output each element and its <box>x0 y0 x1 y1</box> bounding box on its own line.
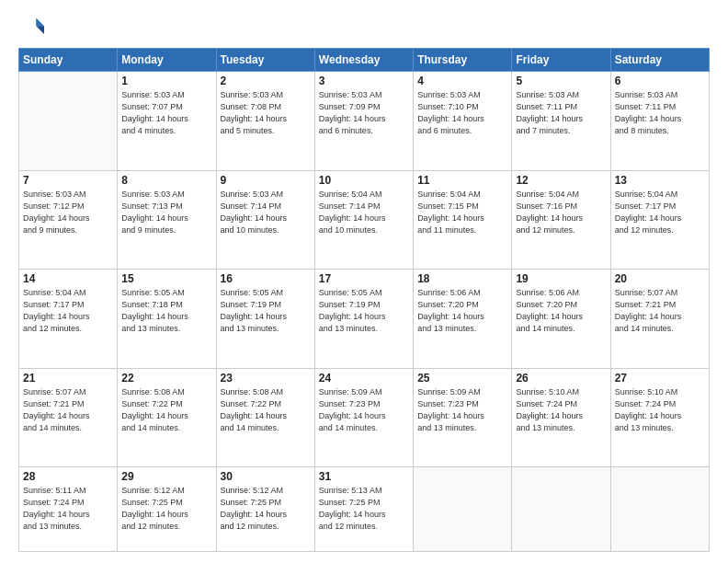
day-number: 27 <box>615 372 705 385</box>
day-number: 5 <box>516 75 606 87</box>
day-info: Sunrise: 5:07 AM Sunset: 7:21 PM Dayligh… <box>23 386 113 434</box>
day-number: 31 <box>319 470 409 483</box>
day-cell: 20Sunrise: 5:07 AM Sunset: 7:21 PM Dayli… <box>610 270 709 369</box>
day-cell: 27Sunrise: 5:10 AM Sunset: 7:24 PM Dayli… <box>610 368 709 467</box>
day-header-thursday: Thursday <box>414 49 512 72</box>
day-cell: 18Sunrise: 5:06 AM Sunset: 7:20 PM Dayli… <box>414 270 512 369</box>
day-header-sunday: Sunday <box>19 49 118 72</box>
day-header-wednesday: Wednesday <box>314 49 413 72</box>
day-info: Sunrise: 5:03 AM Sunset: 7:14 PM Dayligh… <box>221 189 311 236</box>
day-cell: 30Sunrise: 5:12 AM Sunset: 7:25 PM Dayli… <box>216 467 314 552</box>
calendar: SundayMondayTuesdayWednesdayThursdayFrid… <box>18 48 710 552</box>
day-number: 7 <box>23 174 113 187</box>
day-cell: 5Sunrise: 5:03 AM Sunset: 7:11 PM Daylig… <box>512 72 610 171</box>
day-cell: 21Sunrise: 5:07 AM Sunset: 7:21 PM Dayli… <box>19 368 118 467</box>
day-info: Sunrise: 5:05 AM Sunset: 7:19 PM Dayligh… <box>319 287 409 335</box>
svg-marker-0 <box>36 18 44 27</box>
day-info: Sunrise: 5:10 AM Sunset: 7:24 PM Dayligh… <box>516 386 606 434</box>
day-cell: 22Sunrise: 5:08 AM Sunset: 7:22 PM Dayli… <box>118 368 216 467</box>
day-cell: 14Sunrise: 5:04 AM Sunset: 7:17 PM Dayli… <box>19 270 118 369</box>
day-info: Sunrise: 5:04 AM Sunset: 7:17 PM Dayligh… <box>615 189 705 236</box>
day-info: Sunrise: 5:03 AM Sunset: 7:12 PM Dayligh… <box>23 189 113 236</box>
week-row-5: 28Sunrise: 5:11 AM Sunset: 7:24 PM Dayli… <box>19 467 710 552</box>
day-number: 3 <box>319 75 409 87</box>
day-cell: 4Sunrise: 5:03 AM Sunset: 7:10 PM Daylig… <box>414 72 512 171</box>
day-number: 20 <box>615 272 705 285</box>
day-cell: 1Sunrise: 5:03 AM Sunset: 7:07 PM Daylig… <box>118 72 216 171</box>
day-info: Sunrise: 5:04 AM Sunset: 7:16 PM Dayligh… <box>516 189 606 236</box>
day-number: 18 <box>417 272 507 285</box>
day-number: 19 <box>516 272 606 285</box>
day-info: Sunrise: 5:03 AM Sunset: 7:11 PM Dayligh… <box>516 89 606 137</box>
day-number: 15 <box>121 272 211 285</box>
day-info: Sunrise: 5:05 AM Sunset: 7:18 PM Dayligh… <box>121 287 211 335</box>
day-number: 17 <box>319 272 409 285</box>
day-cell: 8Sunrise: 5:03 AM Sunset: 7:13 PM Daylig… <box>118 170 216 270</box>
day-info: Sunrise: 5:07 AM Sunset: 7:21 PM Dayligh… <box>615 287 705 335</box>
day-cell: 28Sunrise: 5:11 AM Sunset: 7:24 PM Dayli… <box>19 467 118 552</box>
day-cell <box>414 467 512 552</box>
day-cell <box>19 72 118 171</box>
day-number: 26 <box>516 372 606 385</box>
day-info: Sunrise: 5:06 AM Sunset: 7:20 PM Dayligh… <box>516 287 606 335</box>
day-cell: 19Sunrise: 5:06 AM Sunset: 7:20 PM Dayli… <box>512 270 610 369</box>
day-cell: 9Sunrise: 5:03 AM Sunset: 7:14 PM Daylig… <box>216 170 314 270</box>
day-info: Sunrise: 5:03 AM Sunset: 7:08 PM Dayligh… <box>221 89 311 137</box>
header <box>18 15 710 40</box>
day-info: Sunrise: 5:08 AM Sunset: 7:22 PM Dayligh… <box>221 386 311 434</box>
day-info: Sunrise: 5:09 AM Sunset: 7:23 PM Dayligh… <box>417 386 507 434</box>
svg-marker-1 <box>36 26 44 34</box>
week-row-1: 1Sunrise: 5:03 AM Sunset: 7:07 PM Daylig… <box>19 72 710 171</box>
day-number: 11 <box>417 174 507 187</box>
week-row-4: 21Sunrise: 5:07 AM Sunset: 7:21 PM Dayli… <box>19 368 710 467</box>
day-number: 6 <box>615 75 705 87</box>
day-info: Sunrise: 5:08 AM Sunset: 7:22 PM Dayligh… <box>121 386 211 434</box>
day-info: Sunrise: 5:05 AM Sunset: 7:19 PM Dayligh… <box>221 287 311 335</box>
day-info: Sunrise: 5:12 AM Sunset: 7:25 PM Dayligh… <box>221 485 311 533</box>
day-number: 8 <box>121 174 211 187</box>
day-cell: 6Sunrise: 5:03 AM Sunset: 7:11 PM Daylig… <box>610 72 709 171</box>
day-cell <box>512 467 610 552</box>
day-number: 22 <box>121 372 211 385</box>
day-cell: 24Sunrise: 5:09 AM Sunset: 7:23 PM Dayli… <box>314 368 413 467</box>
day-number: 13 <box>615 174 705 187</box>
day-header-tuesday: Tuesday <box>216 49 314 72</box>
day-number: 16 <box>221 272 311 285</box>
day-cell: 26Sunrise: 5:10 AM Sunset: 7:24 PM Dayli… <box>512 368 610 467</box>
day-info: Sunrise: 5:04 AM Sunset: 7:14 PM Dayligh… <box>319 189 409 236</box>
logo-icon <box>18 15 44 40</box>
day-number: 24 <box>319 372 409 385</box>
day-number: 14 <box>23 272 113 285</box>
day-info: Sunrise: 5:06 AM Sunset: 7:20 PM Dayligh… <box>417 287 507 335</box>
day-info: Sunrise: 5:04 AM Sunset: 7:15 PM Dayligh… <box>417 189 507 236</box>
day-info: Sunrise: 5:09 AM Sunset: 7:23 PM Dayligh… <box>319 386 409 434</box>
day-number: 9 <box>221 174 311 187</box>
day-cell: 11Sunrise: 5:04 AM Sunset: 7:15 PM Dayli… <box>414 170 512 270</box>
day-info: Sunrise: 5:03 AM Sunset: 7:09 PM Dayligh… <box>319 89 409 137</box>
day-info: Sunrise: 5:10 AM Sunset: 7:24 PM Dayligh… <box>615 386 705 434</box>
day-number: 28 <box>23 470 113 483</box>
day-cell: 13Sunrise: 5:04 AM Sunset: 7:17 PM Dayli… <box>610 170 709 270</box>
day-info: Sunrise: 5:04 AM Sunset: 7:17 PM Dayligh… <box>23 287 113 335</box>
week-row-2: 7Sunrise: 5:03 AM Sunset: 7:12 PM Daylig… <box>19 170 710 270</box>
day-number: 1 <box>121 75 211 87</box>
day-info: Sunrise: 5:11 AM Sunset: 7:24 PM Dayligh… <box>23 485 113 533</box>
day-header-friday: Friday <box>512 49 610 72</box>
day-cell: 23Sunrise: 5:08 AM Sunset: 7:22 PM Dayli… <box>216 368 314 467</box>
day-number: 4 <box>417 75 507 87</box>
day-cell: 15Sunrise: 5:05 AM Sunset: 7:18 PM Dayli… <box>118 270 216 369</box>
day-number: 2 <box>221 75 311 87</box>
day-header-saturday: Saturday <box>610 49 709 72</box>
day-number: 23 <box>221 372 311 385</box>
day-info: Sunrise: 5:03 AM Sunset: 7:07 PM Dayligh… <box>121 89 211 137</box>
day-cell: 17Sunrise: 5:05 AM Sunset: 7:19 PM Dayli… <box>314 270 413 369</box>
calendar-header-row: SundayMondayTuesdayWednesdayThursdayFrid… <box>19 49 710 72</box>
day-number: 21 <box>23 372 113 385</box>
day-number: 30 <box>221 470 311 483</box>
logo <box>18 15 48 40</box>
day-number: 10 <box>319 174 409 187</box>
day-cell: 29Sunrise: 5:12 AM Sunset: 7:25 PM Dayli… <box>118 467 216 552</box>
day-info: Sunrise: 5:03 AM Sunset: 7:11 PM Dayligh… <box>615 89 705 137</box>
day-cell: 3Sunrise: 5:03 AM Sunset: 7:09 PM Daylig… <box>314 72 413 171</box>
page: SundayMondayTuesdayWednesdayThursdayFrid… <box>0 0 728 563</box>
